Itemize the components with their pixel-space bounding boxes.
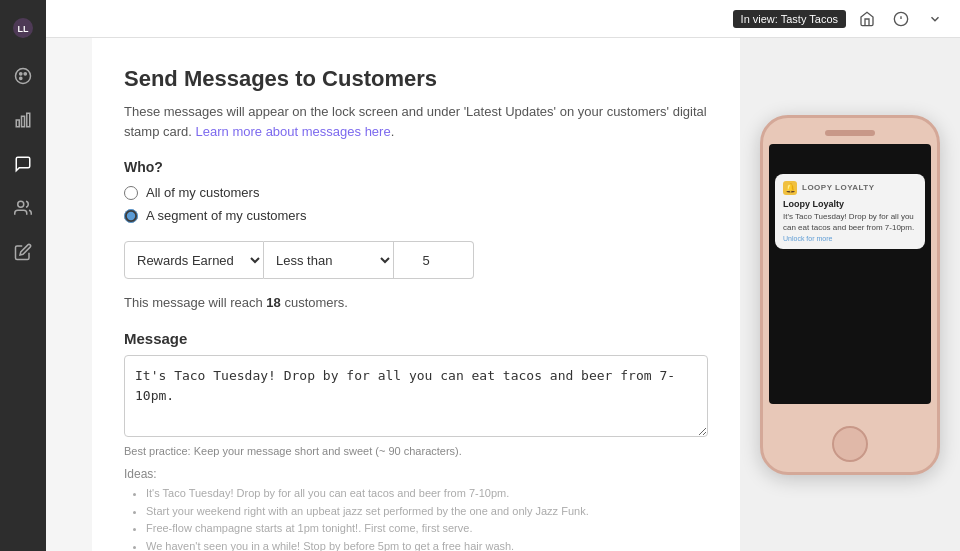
idea-item-1: It's Taco Tuesday! Drop by for all you c…: [146, 485, 708, 503]
svg-point-2: [16, 69, 31, 84]
logo: LL: [0, 8, 46, 52]
phone-device: 🔔 LOOPY LOYALTY Loopy Loyalty It's Taco …: [760, 115, 940, 475]
message-label: Message: [124, 330, 708, 347]
phone-notification: 🔔 LOOPY LOYALTY Loopy Loyalty It's Taco …: [775, 174, 925, 249]
content-area: Send Messages to Customers These message…: [92, 38, 960, 551]
radio-all-label: All of my customers: [146, 185, 259, 200]
main-wrapper: In view: Tasty Tacos Send Messages to Cu…: [92, 0, 960, 551]
svg-point-9: [18, 201, 24, 207]
content-panel: Send Messages to Customers These message…: [92, 38, 740, 551]
phone-preview-panel: 🔔 LOOPY LOYALTY Loopy Loyalty It's Taco …: [740, 38, 960, 551]
best-practice-text: Best practice: Keep your message short a…: [124, 445, 708, 457]
page-title: Send Messages to Customers: [124, 66, 708, 92]
filter-field-select[interactable]: Rewards Earned Visits Stamps: [124, 241, 264, 279]
message-textarea[interactable]: It's Taco Tuesday! Drop by for all you c…: [124, 355, 708, 437]
idea-item-4: We haven't seen you in a while! Stop by …: [146, 538, 708, 551]
svg-point-5: [20, 77, 22, 79]
notif-link: Unlock for more: [783, 235, 917, 242]
idea-item-2: Start your weekend right with an upbeat …: [146, 503, 708, 521]
info-icon[interactable]: [888, 6, 914, 32]
phone-screen: 🔔 LOOPY LOYALTY Loopy Loyalty It's Taco …: [769, 144, 931, 404]
who-label: Who?: [124, 159, 708, 175]
notif-app-icon: 🔔: [783, 181, 797, 195]
sidebar-item-palette[interactable]: [3, 56, 43, 96]
description: These messages will appear on the lock s…: [124, 102, 708, 141]
topbar: In view: Tasty Tacos: [92, 0, 960, 38]
ideas-list: It's Taco Tuesday! Drop by for all you c…: [124, 485, 708, 551]
sidebar: LL: [0, 0, 46, 551]
svg-point-4: [24, 73, 26, 75]
radio-segment-customers[interactable]: A segment of my customers: [124, 208, 708, 223]
chevron-down-icon[interactable]: [922, 6, 948, 32]
svg-point-3: [20, 73, 22, 75]
notif-title: Loopy Loyalty: [783, 199, 917, 209]
phone-speaker: [825, 130, 875, 136]
reach-text: This message will reach 18 customers.: [124, 295, 708, 310]
svg-rect-7: [22, 116, 25, 127]
radio-all-input[interactable]: [124, 186, 138, 200]
radio-segment-label: A segment of my customers: [146, 208, 306, 223]
in-view-badge: In view: Tasty Tacos: [733, 10, 846, 28]
reach-prefix: This message will reach: [124, 295, 266, 310]
filter-number-input[interactable]: [394, 241, 474, 279]
filter-condition-select[interactable]: Less than Greater than Equal to: [264, 241, 394, 279]
reach-suffix: customers.: [281, 295, 348, 310]
reach-count: 18: [266, 295, 280, 310]
svg-text:LL: LL: [18, 24, 29, 34]
sidebar-item-chart[interactable]: [3, 100, 43, 140]
radio-all-customers[interactable]: All of my customers: [124, 185, 708, 200]
radio-group: All of my customers A segment of my cust…: [124, 185, 708, 223]
learn-more-link[interactable]: Learn more about messages here: [196, 124, 391, 139]
home-icon[interactable]: [854, 6, 880, 32]
idea-item-3: Free-flow champagne starts at 1pm tonigh…: [146, 520, 708, 538]
svg-rect-8: [27, 113, 30, 127]
sidebar-item-users[interactable]: [3, 188, 43, 228]
filter-row: Rewards Earned Visits Stamps Less than G…: [124, 241, 708, 279]
sidebar-item-messages[interactable]: [3, 144, 43, 184]
logo-icon: LL: [11, 16, 35, 40]
sidebar-item-edit[interactable]: [3, 232, 43, 272]
phone-home-button: [832, 426, 868, 462]
ideas-label: Ideas:: [124, 467, 708, 481]
notif-body: It's Taco Tuesday! Drop by for all you c…: [783, 211, 917, 233]
notif-header: 🔔 LOOPY LOYALTY: [783, 181, 917, 195]
radio-segment-input[interactable]: [124, 209, 138, 223]
svg-rect-6: [16, 120, 19, 127]
notif-app-name: LOOPY LOYALTY: [802, 183, 875, 192]
